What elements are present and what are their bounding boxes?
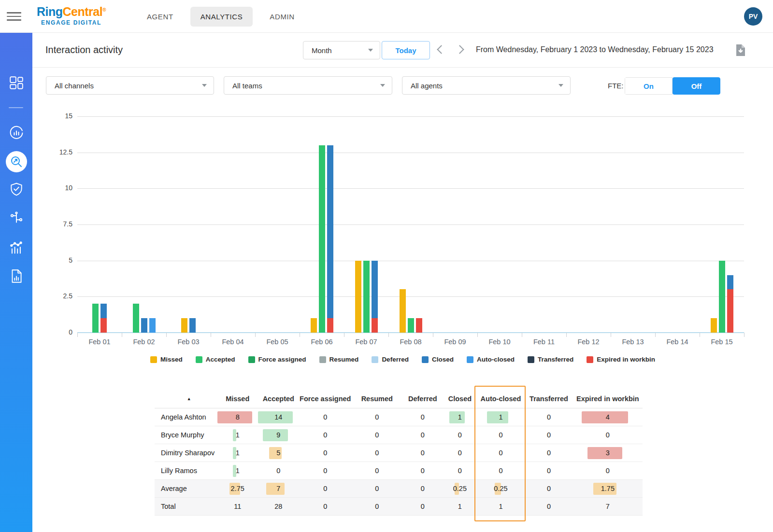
table-header-missed[interactable]: Missed [217,389,258,408]
table-header-accepted[interactable]: Accepted [258,389,299,408]
row-name: Dimitry Sharapov [155,444,217,462]
hamburger-menu-icon[interactable] [7,10,22,22]
period-select[interactable]: Month [303,41,380,59]
table-header-name[interactable]: ▲ [155,389,217,408]
bar-closed-feb-03 [189,318,196,333]
date-range-text: From Wednesday, February 1 2023 to Wedne… [476,45,714,54]
cell-resumed: 0 [352,462,402,479]
today-button[interactable]: Today [382,41,430,59]
x-axis-tick [477,333,478,337]
bar-closed-feb-06 [327,145,333,333]
cell-value: 0 [499,449,502,457]
user-avatar[interactable]: PV [744,7,762,26]
bar-expired-in-workbin-feb-06 [327,318,333,333]
y-axis-label: 7.5 [50,220,72,228]
cell-value: 0 [458,467,462,475]
bar-accepted-feb-06 [319,145,325,333]
table-header-auto-closed[interactable]: Auto-closed [477,389,525,408]
legend-item-auto-closed[interactable]: Auto-closed [467,356,515,363]
search-trend-item[interactable] [0,151,32,172]
table-header-row: ▲MissedAcceptedForce assignedResumedDefe… [155,389,643,408]
dashboard-icon[interactable] [0,75,32,91]
x-axis-label: Feb 13 [611,338,655,346]
shield-check-icon[interactable] [0,182,32,197]
value-highlight-green [487,411,508,423]
legend-item-force-assigned[interactable]: Force assigned [248,356,306,363]
chart-circle-icon[interactable] [0,125,32,141]
legend-label: Transferred [538,356,573,363]
x-axis-label: Feb 09 [433,338,477,346]
fte-on-button[interactable]: On [625,77,673,95]
agents-table: ▲MissedAcceptedForce assignedResumedDefe… [155,389,643,516]
legend-swatch [150,356,157,363]
legend-item-accepted[interactable]: Accepted [196,356,235,363]
cell-value: 0 [323,503,327,510]
cell-value: 4 [606,413,610,421]
nav-analytics[interactable]: ANALYTICS [190,7,253,27]
legend-item-deferred[interactable]: Deferred [372,356,409,363]
fte-toggle: On Off [625,77,720,95]
cell-value: 7 [606,503,610,510]
table-header-resumed[interactable]: Resumed [352,389,402,408]
nav-admin[interactable]: ADMIN [259,7,304,27]
cell-accepted: 28 [258,498,299,515]
legend-label: Force assigned [258,356,306,363]
cell-value: 14 [274,413,282,421]
previous-period-icon[interactable] [437,45,445,54]
x-axis-label: Feb 08 [388,338,433,346]
cell-value: 0 [421,449,425,457]
bar-missed-feb-15 [711,318,717,333]
x-axis-label: Feb 05 [255,338,300,346]
x-axis-tick [122,333,122,337]
cell-value: 0 [606,467,610,475]
cell-accepted: 9 [258,426,299,444]
legend-swatch [528,356,534,363]
cell-deferred: 0 [402,498,444,515]
gridline-y7.5 [77,224,744,225]
x-axis-tick [655,333,656,337]
cell-transferred: 0 [525,408,573,426]
nav-agent[interactable]: AGENT [137,7,184,27]
cell-value: 1 [458,503,462,510]
table-header-expired-in-workbin[interactable]: Expired in workbin [573,389,643,408]
cell-value: 0 [547,467,551,475]
cell-value: 1 [499,503,502,510]
sort-ascending-icon[interactable]: ▲ [187,396,191,401]
agents-filter[interactable]: All agents [402,76,571,95]
cell-value: 1 [236,431,240,439]
legend-item-transferred[interactable]: Transferred [528,356,573,363]
cell-transferred: 0 [525,426,573,444]
table-header-closed[interactable]: Closed [443,389,477,408]
legend-item-missed[interactable]: Missed [150,356,183,363]
report-document-icon[interactable] [0,268,32,284]
x-axis-tick [300,333,300,337]
cell-value: 1.75 [601,485,615,492]
table-header-force-assigned[interactable]: Force assigned [299,389,352,408]
export-button[interactable] [735,44,745,58]
cell-value: 0 [323,413,327,421]
table-row-total: Total11280001107 [155,498,643,516]
chevron-down-icon [380,84,385,87]
flow-icon[interactable] [0,210,32,226]
x-axis-label: Feb 10 [477,338,522,346]
legend-item-closed[interactable]: Closed [422,356,454,363]
bar-missed-feb-08 [400,289,406,333]
cell-transferred: 0 [525,462,573,479]
legend-item-resumed[interactable]: Resumed [319,356,359,363]
cell-value: 0 [606,431,610,439]
channels-filter[interactable]: All channels [46,76,214,95]
y-axis-label: 12.5 [50,148,72,156]
fte-off-button[interactable]: Off [673,77,720,95]
row-name: Lilly Ramos [155,462,217,479]
cell-force-assigned: 0 [299,498,352,515]
teams-filter[interactable]: All teams [224,76,392,95]
value-highlight-orange [266,483,285,495]
legend-item-expired-in-workbin[interactable]: Expired in workbin [587,356,655,363]
table-header-deferred[interactable]: Deferred [402,389,444,408]
bar-line-chart-icon[interactable] [0,239,32,255]
x-axis-label: Feb 01 [77,338,122,346]
table-header-transferred[interactable]: Transferred [525,389,573,408]
cell-expired-in-workbin: 3 [573,444,643,462]
cell-expired-in-workbin: 0 [573,462,643,479]
next-period-icon[interactable] [455,45,464,54]
